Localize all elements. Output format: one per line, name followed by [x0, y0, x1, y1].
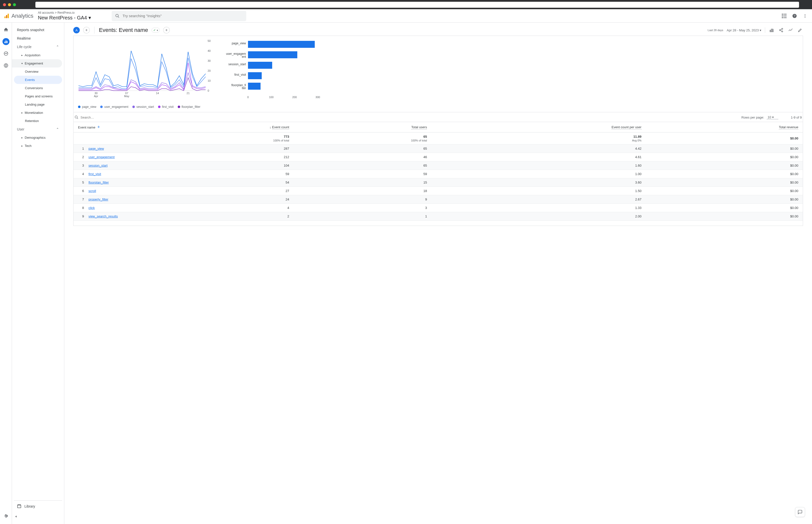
event-link[interactable]: floorplan_filter: [89, 181, 109, 184]
customize-report-icon[interactable]: [769, 27, 775, 33]
svg-point-17: [805, 15, 806, 16]
search-input[interactable]: [123, 14, 243, 18]
col-total-users[interactable]: Total users: [293, 122, 431, 132]
caret-right-icon: ▸: [21, 111, 23, 114]
legend-item[interactable]: page_view: [78, 105, 96, 109]
svg-rect-11: [782, 17, 783, 18]
svg-rect-13: [785, 17, 786, 18]
event-link[interactable]: session_start: [89, 164, 108, 167]
help-icon[interactable]: ?: [792, 13, 798, 19]
rail-admin-icon[interactable]: [2, 512, 10, 520]
segment-chip[interactable]: A: [73, 27, 80, 33]
svg-text:30: 30: [94, 92, 97, 95]
event-link[interactable]: first_visit: [89, 172, 101, 176]
nav-reports-snapshot[interactable]: Reports snapshot: [14, 26, 62, 34]
nav-engagement-conversions[interactable]: Conversions: [14, 84, 62, 92]
app-header: Analytics All accounts > RentPress.io Ne…: [0, 9, 812, 23]
url-bar[interactable]: [35, 2, 799, 8]
product-logo[interactable]: Analytics: [4, 13, 33, 19]
caret-right-icon: ▸: [21, 145, 23, 147]
event-link[interactable]: page_view: [89, 147, 104, 150]
nav-demographics[interactable]: ▸Demographics: [14, 133, 62, 142]
event-link[interactable]: view_search_results: [89, 214, 118, 218]
rail-reports-icon[interactable]: [2, 38, 10, 45]
rail-home-icon[interactable]: [2, 26, 10, 33]
svg-text:100: 100: [269, 96, 273, 99]
nav-rail: [0, 23, 12, 524]
nav-monetization[interactable]: ▸Monetization: [14, 109, 62, 117]
svg-text:10: 10: [208, 79, 211, 82]
event-link[interactable]: scroll: [89, 189, 96, 193]
nav-retention[interactable]: Retention: [14, 117, 62, 125]
nav-library[interactable]: Library: [14, 500, 62, 512]
svg-rect-12: [784, 17, 784, 18]
event-link[interactable]: click: [89, 206, 95, 210]
chevron-up-icon: ⌃: [56, 127, 59, 131]
svg-rect-25: [17, 505, 21, 508]
svg-text:?: ?: [794, 14, 796, 17]
nav-engagement-events[interactable]: Events: [14, 76, 62, 84]
table-row: 7property_filter2492.67$0.00: [74, 195, 803, 204]
account-picker[interactable]: All accounts > RentPress.io New RentPres…: [38, 11, 91, 20]
insights-icon[interactable]: [787, 27, 794, 33]
rail-advertising-icon[interactable]: [2, 62, 10, 69]
status-pill[interactable]: ✓ ▾: [152, 28, 160, 33]
legend-item[interactable]: floorplan_filter: [178, 105, 201, 109]
nav-engagement-landing[interactable]: Landing page: [14, 100, 62, 109]
date-period-label: Last 28 days: [707, 29, 723, 32]
breadcrumb-all-accounts: All accounts: [38, 11, 54, 14]
col-total-revenue[interactable]: Total revenue: [646, 122, 803, 132]
svg-rect-5: [782, 14, 783, 15]
legend-item[interactable]: first_visit: [158, 105, 174, 109]
nav-lifecycle-section[interactable]: Life cycle⌃: [14, 43, 62, 51]
feedback-button[interactable]: [795, 507, 805, 517]
caret-down-icon: ▾: [21, 62, 23, 65]
table-row: 9view_search_results212.00$0.00: [74, 212, 803, 220]
table-row: 8click431.33$0.00: [74, 204, 803, 212]
add-segment-button[interactable]: +: [83, 27, 90, 33]
nav-engagement[interactable]: ▾Engagement: [12, 59, 62, 67]
nav-engagement-overview[interactable]: Overview: [14, 67, 62, 76]
svg-text:0: 0: [208, 89, 209, 92]
event-link[interactable]: user_engagement: [89, 155, 115, 159]
share-icon[interactable]: [778, 27, 784, 33]
svg-rect-55: [248, 72, 262, 79]
caret-down-icon: ▾: [760, 28, 761, 32]
nav-acquisition[interactable]: ▸Acquisition: [14, 51, 62, 59]
legend-item[interactable]: user_engagement: [100, 105, 128, 109]
svg-text:30: 30: [208, 59, 211, 62]
add-dimension-button[interactable]: +: [97, 125, 100, 130]
nav-realtime[interactable]: Realtime: [14, 34, 62, 43]
window-maximize-icon[interactable]: [13, 3, 16, 6]
col-event-name[interactable]: Event name+: [74, 122, 136, 132]
nav-user-section[interactable]: User⌃: [14, 125, 62, 133]
svg-point-31: [782, 31, 783, 32]
window-minimize-icon[interactable]: [8, 3, 11, 6]
library-icon: [17, 504, 21, 509]
window-close-icon[interactable]: [3, 3, 6, 6]
rows-per-page-select[interactable]: 10 ▾: [767, 115, 778, 119]
col-count-per-user[interactable]: Event count per user: [431, 122, 646, 132]
collapse-nav-button[interactable]: [14, 512, 62, 521]
caret-right-icon: ▸: [21, 54, 23, 56]
svg-line-64: [77, 118, 78, 119]
rail-explore-icon[interactable]: [2, 50, 10, 57]
nav-engagement-pages[interactable]: Pages and screens: [14, 92, 62, 100]
table-search[interactable]: [75, 115, 130, 119]
date-range-picker[interactable]: Apr 28 - May 25, 2023 ▾: [727, 28, 761, 32]
col-event-count[interactable]: ↓ Event count: [136, 122, 293, 132]
nav-tech[interactable]: ▸Tech: [14, 142, 62, 150]
edit-icon[interactable]: [797, 27, 803, 33]
svg-rect-2: [8, 14, 9, 18]
report-content: A + Events: Event name ✓ ▾ + Last 28 day…: [64, 23, 812, 524]
svg-rect-48: [248, 41, 315, 48]
legend-item[interactable]: session_start: [132, 105, 154, 109]
caret-right-icon: ▸: [21, 136, 23, 139]
event-link[interactable]: property_filter: [89, 197, 108, 201]
add-comparison-button[interactable]: +: [163, 27, 170, 33]
more-vert-icon[interactable]: [802, 13, 808, 19]
apps-grid-icon[interactable]: [781, 13, 787, 19]
search-bar[interactable]: [112, 11, 246, 21]
legend-dot-icon: [178, 105, 180, 108]
table-search-input[interactable]: [80, 116, 130, 119]
